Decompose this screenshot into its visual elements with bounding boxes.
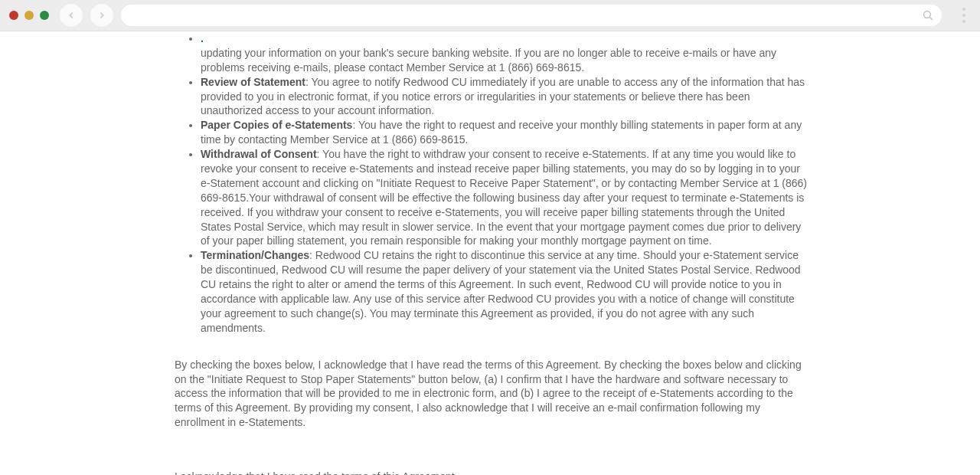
term-label: Review of Statement	[201, 76, 305, 88]
window-close-button[interactable]	[9, 11, 18, 20]
agreement-content: . updating your information on your bank…	[175, 31, 812, 475]
back-button[interactable]	[60, 4, 83, 27]
svg-point-0	[924, 11, 931, 18]
address-bar[interactable]	[121, 5, 942, 26]
svg-line-1	[929, 17, 933, 20]
browser-menu-button[interactable]	[957, 8, 971, 23]
term-item-withdrawal: Withdrawal of Consent: You have the righ…	[201, 147, 812, 248]
term-item-paper-copies: Paper Copies of e-Statements: You have t…	[201, 118, 812, 147]
window-minimize-button[interactable]	[24, 11, 34, 20]
term-text: : You have the right to withdraw your co…	[201, 148, 807, 247]
term-item-email-update: . updating your information on your bank…	[201, 31, 812, 75]
term-text: updating your information on your bank's…	[201, 47, 776, 74]
page-content: . updating your information on your bank…	[0, 31, 980, 475]
forward-button[interactable]	[90, 4, 113, 27]
window-maximize-button[interactable]	[40, 11, 49, 20]
browser-chrome	[0, 0, 980, 31]
term-item-review: Review of Statement: You agree to notify…	[201, 75, 812, 119]
search-icon	[922, 9, 934, 21]
partial-cutoff-mark: .	[201, 32, 204, 44]
terms-list: . updating your information on your bank…	[185, 31, 812, 336]
term-label: Withdrawal of Consent	[201, 148, 317, 160]
term-label: Paper Copies of e-Statements	[201, 119, 352, 131]
window-controls	[9, 11, 49, 20]
term-label: Termination/Changes	[201, 249, 309, 261]
acknowledgment-paragraph: By checking the boxes below, I acknowled…	[175, 358, 812, 430]
acknowledge-read-line: I acknowledge that I have read the terms…	[175, 470, 812, 475]
term-item-termination: Termination/Changes: Redwood CU retains …	[201, 248, 812, 335]
url-input[interactable]	[129, 10, 916, 21]
term-text: : Redwood CU retains the right to discon…	[201, 249, 801, 333]
